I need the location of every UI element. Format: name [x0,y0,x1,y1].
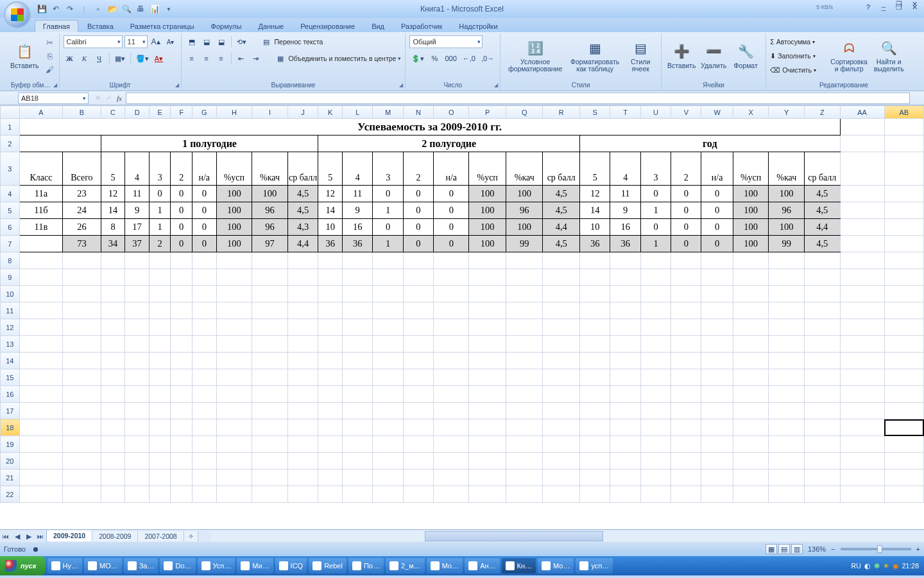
empty-cell[interactable] [19,403,62,419]
empty-cell[interactable] [125,269,150,286]
empty-cell[interactable] [125,369,150,386]
taskbar-item[interactable]: По… [348,558,384,574]
font-color-icon[interactable]: A▾ [153,52,166,65]
empty-cell[interactable] [469,486,506,503]
empty-cell[interactable] [403,453,433,469]
empty-cell[interactable] [373,369,403,386]
empty-cell[interactable] [63,419,101,436]
tray-icon[interactable]: ❋ [874,562,880,570]
data-cell[interactable]: 100 [506,186,543,202]
qat-dropdown-icon[interactable]: ▼ [163,3,175,15]
data-cell[interactable]: 17 [125,219,150,236]
data-cell[interactable]: 0 [434,202,469,219]
col-header[interactable]: AA [840,106,884,119]
empty-cell[interactable] [216,486,252,503]
empty-cell[interactable] [101,302,125,319]
empty-cell[interactable] [640,403,671,419]
empty-cell[interactable] [101,386,125,403]
taskbar-item[interactable]: Ан… [465,558,499,574]
empty-cell[interactable] [216,353,252,369]
empty-cell[interactable] [733,386,769,403]
taskbar-item[interactable]: Ну… [47,558,82,574]
col-header[interactable]: Y [769,106,805,119]
empty-cell[interactable] [373,403,403,419]
tab-layout[interactable]: Разметка страницы [123,21,202,32]
data-cell[interactable]: 100 [733,219,769,236]
empty-cell[interactable] [434,353,469,369]
empty-cell[interactable] [640,319,671,336]
data-cell[interactable]: 100 [769,219,805,236]
new-sheet-icon[interactable]: ✧ [184,531,198,541]
empty-cell[interactable] [171,469,193,486]
tab-developer[interactable]: Разработчик [393,21,450,32]
empty-cell[interactable] [671,403,701,419]
empty-cell[interactable] [506,486,543,503]
empty-cell[interactable] [252,436,288,453]
empty-cell[interactable] [125,419,150,436]
empty-cell[interactable] [610,386,640,403]
data-cell[interactable]: 100 [469,186,506,202]
align-top-icon[interactable]: ⬒ [185,35,198,48]
empty-cell[interactable] [671,369,701,386]
data-cell[interactable]: 100 [216,236,252,252]
empty-cell[interactable] [149,403,171,419]
format-as-table-button[interactable]: ▦Форматировать как таблицу [566,35,624,77]
empty-cell[interactable] [171,453,193,469]
fx-icon[interactable]: fx [117,94,122,102]
empty-cell[interactable] [701,403,733,419]
data-cell[interactable]: 96 [769,202,805,219]
empty-cell[interactable] [543,486,579,503]
tray-icon[interactable]: ◐ [864,562,871,570]
align-middle-icon[interactable]: ⬓ [200,35,213,48]
empty-cell[interactable] [149,319,171,336]
data-cell[interactable] [19,236,62,252]
empty-cell[interactable] [252,386,288,403]
empty-cell[interactable] [884,453,923,469]
conditional-format-button[interactable]: 🔢Условное форматирование [504,35,566,77]
data-cell[interactable]: 4,4 [287,236,318,252]
empty-cell[interactable] [805,369,841,386]
empty-cell[interactable] [149,369,171,386]
autosum-button[interactable]: Автосумма [776,38,811,46]
empty-cell[interactable] [373,286,403,302]
empty-cell[interactable] [193,286,217,302]
empty-cell[interactable] [469,302,506,319]
empty-cell[interactable] [805,453,841,469]
empty-cell[interactable] [193,486,217,503]
empty-cell[interactable] [805,469,841,486]
empty-cell[interactable] [125,403,150,419]
empty-cell[interactable] [318,436,343,453]
empty-cell[interactable] [671,419,701,436]
grow-font-icon[interactable]: A▴ [150,35,162,48]
data-cell[interactable]: 36 [343,236,373,252]
data-cell[interactable]: 0 [403,236,433,252]
first-sheet-icon[interactable]: ⏮ [0,530,12,542]
row-header[interactable]: 3 [1,152,20,186]
empty-cell[interactable] [343,286,373,302]
empty-cell[interactable] [805,252,841,269]
empty-cell[interactable] [701,286,733,302]
find-select-button[interactable]: 🔍Найти и выделить [870,35,907,77]
empty-cell[interactable] [318,386,343,403]
data-cell[interactable]: 96 [252,219,288,236]
data-cell[interactable]: 14 [318,202,343,219]
empty-cell[interactable] [252,269,288,286]
empty-cell[interactable] [343,336,373,353]
data-cell[interactable]: 96 [506,202,543,219]
data-cell[interactable]: 96 [252,202,288,219]
empty-cell[interactable] [171,386,193,403]
paste-button[interactable]: 📋 Вставить [6,35,43,77]
empty-cell[interactable] [318,302,343,319]
empty-cell[interactable] [287,286,318,302]
row-header[interactable]: 22 [1,486,20,503]
col-header[interactable]: F [171,106,193,119]
font-name-combo[interactable]: Calibri [64,35,123,48]
empty-cell[interactable] [63,453,101,469]
select-all-cell[interactable] [1,106,20,119]
row-header[interactable]: 13 [1,336,20,353]
empty-cell[interactable] [640,453,671,469]
empty-cell[interactable] [579,453,610,469]
empty-cell[interactable] [469,269,506,286]
empty-cell[interactable] [610,252,640,269]
empty-cell[interactable] [701,353,733,369]
